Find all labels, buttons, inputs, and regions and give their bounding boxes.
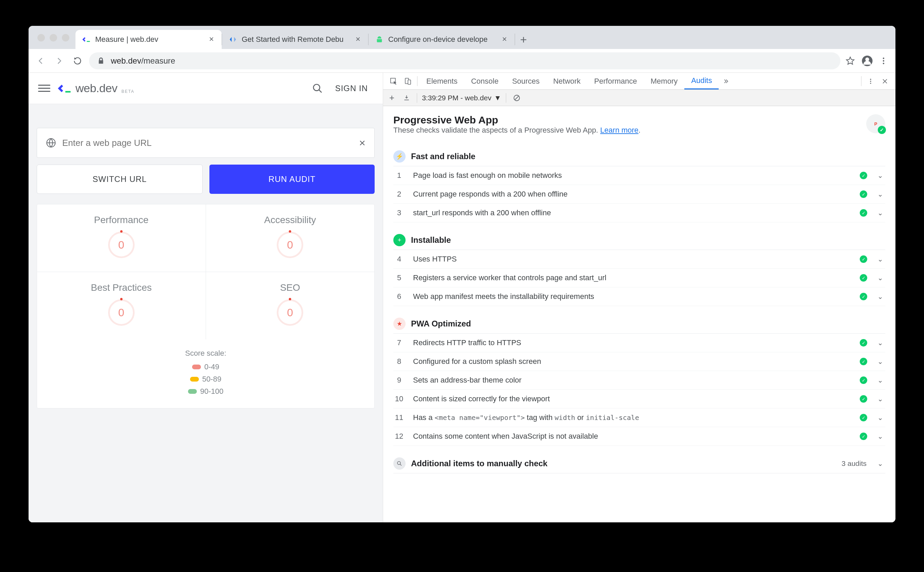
- audit-row[interactable]: 11Has a <meta name="viewport"> tag with …: [393, 409, 885, 427]
- report-description: These checks validate the aspects of a P…: [393, 126, 640, 135]
- check-icon: ✓: [860, 190, 867, 198]
- audit-number: 4: [393, 255, 405, 264]
- check-icon: ✓: [860, 339, 867, 347]
- new-audit-icon[interactable]: +: [387, 93, 396, 103]
- browser-window: Measure | web.dev×Get Started with Remot…: [29, 26, 895, 522]
- switch-url-button[interactable]: SWITCH URL: [37, 165, 203, 194]
- chevron-down-icon[interactable]: ⌄: [875, 358, 885, 365]
- chevron-down-icon[interactable]: ⌄: [875, 209, 885, 217]
- audit-number: 10: [393, 395, 405, 403]
- window-controls: [35, 34, 76, 49]
- audit-text: Has a <meta name="viewport"> tag with wi…: [413, 413, 851, 422]
- chevron-down-icon[interactable]: ⌄: [875, 190, 885, 198]
- score-best-practices: Best Practices 0: [37, 272, 206, 339]
- search-icon[interactable]: [312, 83, 323, 94]
- chevron-down-icon[interactable]: ⌄: [875, 339, 885, 347]
- search-icon: [393, 457, 406, 469]
- audit-row[interactable]: 9Sets an address-bar theme color✓⌄: [393, 371, 885, 390]
- audit-text: start_url responds with a 200 when offli…: [413, 208, 851, 217]
- maximize-window-icon[interactable]: [62, 34, 69, 42]
- device-toggle-icon[interactable]: [401, 73, 415, 89]
- audit-text: Sets an address-bar theme color: [413, 376, 851, 385]
- audit-row[interactable]: 4Uses HTTPS✓⌄: [393, 250, 885, 269]
- devtools-tab-console[interactable]: Console: [464, 73, 505, 89]
- new-tab-button[interactable]: +: [515, 30, 532, 49]
- close-window-icon[interactable]: [37, 34, 45, 42]
- learn-more-link[interactable]: Learn more: [600, 126, 639, 134]
- audit-number: 2: [393, 190, 405, 199]
- chevron-down-icon[interactable]: ⌄: [875, 255, 885, 263]
- devtools-tab-elements[interactable]: Elements: [420, 73, 464, 89]
- audit-row[interactable]: 2Current page responds with a 200 when o…: [393, 185, 885, 204]
- chevron-down-icon[interactable]: ⌄: [875, 171, 885, 180]
- audit-number: 7: [393, 338, 405, 347]
- browser-tab[interactable]: Configure on-device develope×: [369, 30, 515, 49]
- inspect-icon[interactable]: [386, 73, 401, 89]
- more-tabs-icon[interactable]: [719, 73, 733, 89]
- signin-button[interactable]: SIGN IN: [330, 84, 373, 93]
- close-tab-icon[interactable]: ×: [208, 35, 215, 44]
- profile-icon[interactable]: [862, 55, 873, 67]
- kebab-menu-icon[interactable]: [879, 56, 888, 65]
- devtools-tab-network[interactable]: Network: [546, 73, 588, 89]
- report-selector[interactable]: 3:39:29 PM - web.dev ▼: [422, 94, 501, 102]
- devtools-tab-sources[interactable]: Sources: [505, 73, 546, 89]
- logo[interactable]: web.dev BETA: [57, 82, 135, 95]
- audit-row[interactable]: 1Page load is fast enough on mobile netw…: [393, 166, 885, 185]
- audit-number: 3: [393, 208, 405, 217]
- audit-row[interactable]: 12Contains some content when JavaScript …: [393, 427, 885, 446]
- url-input[interactable]: [62, 138, 353, 148]
- chevron-down-icon[interactable]: ⌄: [875, 432, 885, 440]
- audit-text: Current page responds with a 200 when of…: [413, 190, 851, 199]
- browser-tab[interactable]: Measure | web.dev×: [76, 30, 222, 49]
- scale-item: 50-89: [37, 375, 374, 384]
- close-tab-icon[interactable]: ×: [354, 35, 362, 44]
- audit-number: 5: [393, 274, 405, 282]
- section-title: PWA Optimized: [411, 319, 885, 328]
- devtools-tab-memory[interactable]: Memory: [644, 73, 684, 89]
- clear-url-icon[interactable]: ×: [359, 137, 366, 149]
- address-bar[interactable]: web.dev/measure: [89, 52, 840, 69]
- section-title: Fast and reliable: [411, 152, 885, 161]
- page-body: × SWITCH URL RUN AUDIT Performance 0 Acc…: [29, 104, 383, 522]
- chevron-down-icon[interactable]: ⌄: [875, 395, 885, 403]
- chevron-down-icon[interactable]: ⌄: [875, 274, 885, 282]
- run-audit-button[interactable]: RUN AUDIT: [209, 165, 375, 194]
- chevron-down-icon[interactable]: ⌄: [875, 376, 885, 384]
- devtools-panel: ElementsConsoleSourcesNetworkPerformance…: [383, 73, 895, 522]
- clear-icon[interactable]: [511, 94, 522, 102]
- gauge-icon: 0: [108, 299, 135, 326]
- audit-number: 12: [393, 432, 405, 441]
- check-icon: ✓: [860, 172, 867, 179]
- back-button[interactable]: [34, 54, 48, 68]
- audit-row[interactable]: 7Redirects HTTP traffic to HTTPS✓⌄: [393, 334, 885, 352]
- browser-tab[interactable]: Get Started with Remote Debu×: [222, 30, 368, 49]
- svg-point-2: [865, 58, 869, 61]
- audit-row[interactable]: 3start_url responds with a 200 when offl…: [393, 204, 885, 222]
- devtools-close-icon[interactable]: [878, 73, 892, 89]
- pill-icon: [188, 389, 197, 394]
- tab-title: Configure on-device develope: [388, 35, 496, 44]
- manual-section[interactable]: Additional items to manually check 3 aud…: [393, 454, 885, 473]
- download-icon[interactable]: [401, 95, 412, 101]
- menu-button[interactable]: [38, 82, 50, 95]
- reload-button[interactable]: [71, 54, 84, 68]
- devtools-tab-performance[interactable]: Performance: [588, 73, 644, 89]
- svg-rect-0: [87, 41, 90, 42]
- devtools-kebab-icon[interactable]: [864, 73, 878, 89]
- audit-row[interactable]: 5Registers a service worker that control…: [393, 269, 885, 288]
- close-tab-icon[interactable]: ×: [501, 35, 509, 44]
- tab-title: Get Started with Remote Debu: [242, 35, 350, 44]
- audit-text: Registers a service worker that controls…: [413, 274, 851, 282]
- devtools-tab-audits[interactable]: Audits: [684, 73, 719, 89]
- star-icon[interactable]: [845, 56, 855, 66]
- forward-button[interactable]: [52, 54, 66, 68]
- audit-text: Content is sized correctly for the viewp…: [413, 395, 851, 403]
- minimize-window-icon[interactable]: [50, 34, 57, 42]
- audit-row[interactable]: 8Configured for a custom splash screen✓⌄: [393, 352, 885, 371]
- audit-text: Page load is fast enough on mobile netwo…: [413, 171, 851, 180]
- chevron-down-icon[interactable]: ⌄: [875, 292, 885, 301]
- chevron-down-icon[interactable]: ⌄: [875, 413, 885, 422]
- audit-row[interactable]: 10Content is sized correctly for the vie…: [393, 390, 885, 409]
- audit-row[interactable]: 6Web app manifest meets the installabili…: [393, 288, 885, 306]
